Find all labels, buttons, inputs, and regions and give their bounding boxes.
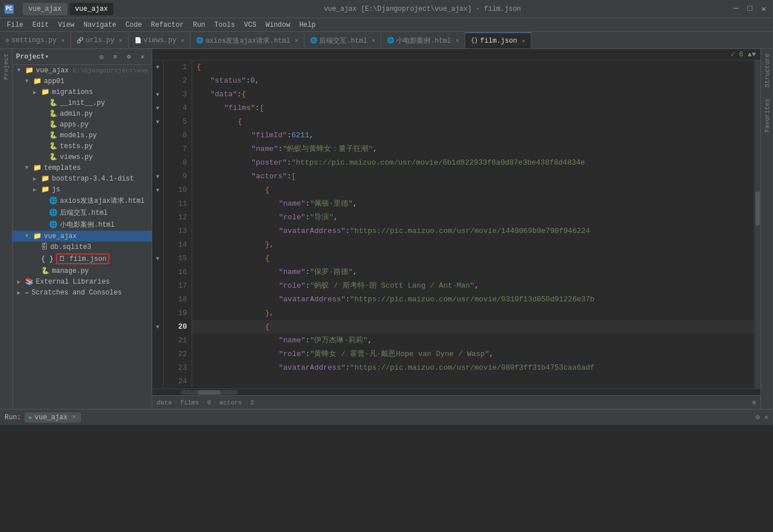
fold-3[interactable]: ▼ bbox=[152, 88, 163, 101]
right-sidebar-favorites[interactable]: Favorites bbox=[764, 99, 771, 132]
close-film-json[interactable]: ✕ bbox=[522, 38, 525, 44]
code-line-8[interactable]: "poster": "https://pic.maizuo.com/usr/mo… bbox=[192, 156, 754, 170]
code-line-22[interactable]: "role": "黄蜂女 / 霍普·凡·戴恩Hope van Dyne / Wa… bbox=[192, 347, 754, 361]
expand-arrow[interactable]: ▼ bbox=[25, 165, 33, 171]
menu-run[interactable]: Run bbox=[188, 20, 210, 30]
breadcrumb-actors[interactable]: actors bbox=[219, 399, 242, 406]
fold-4[interactable]: ▼ bbox=[152, 101, 163, 115]
code-line-9[interactable]: "actors": [ bbox=[192, 170, 754, 183]
breadcrumb-2[interactable]: 2 bbox=[250, 399, 254, 406]
expand-arrow[interactable]: ▶ bbox=[17, 289, 25, 296]
sidebar-icon-1[interactable]: ◎ bbox=[96, 51, 107, 63]
tree-item-js[interactable]: ▶ 📁 js bbox=[13, 184, 152, 195]
tab-settings-py[interactable]: ⚙ settings.py ✕ bbox=[0, 32, 71, 48]
run-tab-vue_ajax[interactable]: ▶ vue_ajax × bbox=[25, 412, 81, 423]
project-dropdown[interactable]: Project▾ bbox=[16, 52, 93, 61]
window-controls[interactable]: ─ □ ✕ bbox=[731, 4, 768, 14]
tab-views-py[interactable]: 📄 views.py ✕ bbox=[129, 32, 191, 48]
code-line-15[interactable]: { bbox=[192, 252, 754, 265]
close-backend-html[interactable]: ✕ bbox=[372, 37, 375, 44]
code-line-12[interactable]: "role": "导演", bbox=[192, 211, 754, 224]
tree-item-tests-py[interactable]: 🐍 tests.py bbox=[13, 141, 152, 152]
code-line-18[interactable]: "avatarAddress": "https://pic.maizuo.com… bbox=[192, 293, 754, 306]
editor-scrollbar[interactable] bbox=[754, 60, 760, 388]
menu-help[interactable]: Help bbox=[295, 20, 320, 30]
tree-item-app01[interactable]: ▼ 📁 app01 bbox=[13, 76, 152, 87]
minimize-btn[interactable]: ─ bbox=[734, 4, 738, 14]
tree-item-db-sqlite3[interactable]: 🗄 db.sqlite3 bbox=[13, 242, 152, 252]
tab-urls-py[interactable]: 🔗 urls.py ✕ bbox=[71, 32, 128, 48]
window-tab-1[interactable]: vue_ajax bbox=[23, 3, 67, 15]
breadcrumb-0[interactable]: 0 bbox=[208, 399, 211, 406]
sidebar-close[interactable]: ✕ bbox=[137, 51, 148, 63]
code-line-3[interactable]: "data": { bbox=[192, 88, 754, 101]
code-line-4[interactable]: "films": [ bbox=[192, 101, 754, 115]
tree-item-models-py[interactable]: 🐍 models.py bbox=[13, 130, 152, 141]
tree-item-manage-py[interactable]: 🐍 manage.py bbox=[13, 265, 152, 276]
menu-file[interactable]: File bbox=[2, 20, 28, 30]
menu-vcs[interactable]: VCS bbox=[239, 20, 261, 30]
code-line-21[interactable]: "name": "伊万杰琳·莉莉", bbox=[192, 334, 754, 347]
menu-navigate[interactable]: Navigate bbox=[79, 20, 121, 30]
expand-arrow[interactable]: ▼ bbox=[25, 233, 33, 239]
code-editor[interactable]: { "status": 0, "data": { "films": [ bbox=[192, 60, 754, 388]
sidebar-icon-2[interactable]: ≡ bbox=[109, 51, 121, 63]
tree-item-templates[interactable]: ▼ 📁 templates bbox=[13, 162, 152, 173]
tree-item-views-py[interactable]: 🐍 views.py bbox=[13, 152, 152, 162]
vtab-project[interactable]: Project bbox=[3, 54, 10, 80]
expand-arrow[interactable]: ▶ bbox=[33, 175, 41, 182]
menu-view[interactable]: View bbox=[54, 20, 79, 30]
close-views-py[interactable]: ✕ bbox=[181, 37, 184, 44]
close-settings-py[interactable]: ✕ bbox=[61, 37, 64, 44]
window-tabs[interactable]: vue_ajax vue_ajax bbox=[23, 3, 113, 15]
code-line-10[interactable]: { bbox=[192, 183, 754, 197]
code-line-24[interactable] bbox=[192, 375, 754, 388]
tab-film-json[interactable]: {} film.json ✕ bbox=[465, 32, 531, 48]
close-movie-html[interactable]: ✕ bbox=[455, 37, 459, 44]
tab-axios-html[interactable]: 🌐 axios发送ajax请求.html ✕ bbox=[190, 32, 304, 48]
tree-item-backend-html[interactable]: 🌐 后端交互.html bbox=[13, 207, 152, 219]
error-nav-down[interactable]: ▼ bbox=[752, 51, 756, 59]
code-line-14[interactable]: }, bbox=[192, 238, 754, 252]
close-btn[interactable]: ✕ bbox=[762, 4, 766, 14]
code-line-2[interactable]: "status": 0, bbox=[192, 74, 754, 88]
code-line-7[interactable]: "name": "蚂蚁与黄蜂女：量子狂潮", bbox=[192, 142, 754, 156]
tree-item-external-libs[interactable]: ▶ 📚 External Libraries bbox=[13, 276, 152, 287]
tree-item-axios-html[interactable]: 🌐 axios发送ajax请求.html bbox=[13, 195, 152, 207]
close-urls-py[interactable]: ✕ bbox=[119, 37, 123, 44]
tree-item-bootstrap[interactable]: ▶ 📁 bootstrap-3.4.1-dist bbox=[13, 173, 152, 184]
window-tab-2[interactable]: vue_ajax bbox=[70, 3, 114, 15]
tree-item-init-py[interactable]: 🐍 __init__.py bbox=[13, 97, 152, 108]
menu-tools[interactable]: Tools bbox=[210, 20, 239, 30]
code-line-17[interactable]: "role": "蚂蚁 / 斯考特·朗 Scott Lang / Ant-Man… bbox=[192, 279, 754, 293]
fold-10[interactable]: ▼ bbox=[152, 183, 163, 197]
code-line-20[interactable]: { bbox=[192, 320, 754, 334]
fold-9[interactable]: ▼ bbox=[152, 170, 163, 183]
breadcrumb-films[interactable]: films bbox=[180, 399, 199, 406]
code-line-1[interactable]: { bbox=[192, 60, 754, 74]
maximize-btn[interactable]: □ bbox=[747, 4, 752, 14]
code-line-5[interactable]: { bbox=[192, 115, 754, 129]
error-nav-up[interactable]: ▲ bbox=[748, 51, 752, 59]
menu-refactor[interactable]: Refactor bbox=[147, 20, 189, 30]
menu-edit[interactable]: Edit bbox=[28, 20, 54, 30]
tree-item-film-json[interactable]: { } 🗒 film.json bbox=[13, 252, 152, 265]
tab-backend-html[interactable]: 🌐 后端交互.html ✕ bbox=[304, 32, 381, 48]
fold-15[interactable]: ▼ bbox=[152, 252, 163, 265]
run-close-icon[interactable]: ✕ bbox=[764, 413, 768, 421]
code-line-11[interactable]: "name": "佩顿·里德", bbox=[192, 197, 754, 211]
code-line-23[interactable]: "avatarAddress": "https://pic.maizuo.com… bbox=[192, 361, 754, 375]
settings-icon[interactable]: ⚙ bbox=[752, 399, 756, 406]
sidebar-icon-3[interactable]: ⚙ bbox=[123, 51, 135, 63]
expand-arrow[interactable]: ▶ bbox=[33, 89, 41, 96]
fold-20[interactable]: ▼ bbox=[152, 320, 163, 334]
fold-1[interactable]: ▼ bbox=[152, 60, 163, 74]
code-line-6[interactable]: "filmId": 6211, bbox=[192, 129, 754, 142]
tree-item-migrations[interactable]: ▶ 📁 migrations bbox=[13, 87, 152, 97]
fold-5[interactable]: ▼ bbox=[152, 115, 163, 129]
menu-code[interactable]: Code bbox=[121, 20, 147, 30]
tree-item-vue_ajax-folder[interactable]: ▼ 📁 vue_ajax bbox=[13, 231, 152, 242]
tree-item-movie-html[interactable]: 🌐 小电影案例.html bbox=[13, 219, 152, 231]
right-sidebar-structure[interactable]: Structure bbox=[764, 54, 771, 87]
code-line-13[interactable]: "avatarAddress": "https://pic.maizuo.com… bbox=[192, 224, 754, 238]
